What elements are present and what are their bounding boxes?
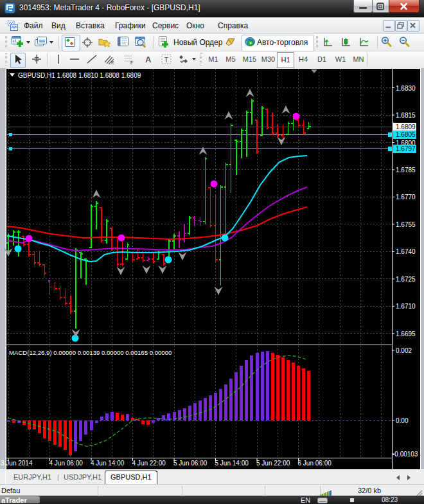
svg-text:1.6695: 1.6695 <box>396 330 416 338</box>
svg-text:1.6785: 1.6785 <box>396 166 416 174</box>
svg-text:6 Jun 06:00: 6 Jun 06:00 <box>298 460 332 467</box>
svg-text:T: T <box>164 56 169 64</box>
svg-text:E: E <box>111 60 114 65</box>
svg-text:F: F <box>130 60 133 65</box>
svg-text:4 Jun 14:00: 4 Jun 14:00 <box>91 460 125 467</box>
svg-text:1.6797: 1.6797 <box>396 145 416 152</box>
svg-text:5 Jun 22:00: 5 Jun 22:00 <box>256 460 290 467</box>
svg-text:1.6755: 1.6755 <box>396 221 416 228</box>
svg-text:1.6805: 1.6805 <box>396 131 416 138</box>
svg-text:-0.00103: -0.00103 <box>393 451 418 458</box>
svg-text:3 Jun 2014: 3 Jun 2014 <box>1 460 33 467</box>
svg-text:GBPUSD,H1 1.6808 1.6810 1.680: GBPUSD,H1 1.6808 1.6810 1.6808 1.6809 <box>18 72 141 79</box>
svg-text:1.6815: 1.6815 <box>396 112 416 119</box>
svg-text:4 Jun 06:00: 4 Jun 06:00 <box>49 460 84 467</box>
svg-text:0.00: 0.00 <box>396 417 409 424</box>
svg-text:4 Jun 22:00: 4 Jun 22:00 <box>132 460 166 467</box>
svg-text:0.002: 0.002 <box>396 347 412 354</box>
svg-text:1.6710: 1.6710 <box>396 303 416 310</box>
svg-text:MACD(12,26,9) 0.00000 0.00139: MACD(12,26,9) 0.00000 0.00139 0.00000 0.… <box>9 349 172 356</box>
svg-text:1.6725: 1.6725 <box>396 276 416 283</box>
svg-text:1.6770: 1.6770 <box>396 194 416 201</box>
svg-text:5 Jun 14:00: 5 Jun 14:00 <box>215 460 249 467</box>
svg-text:1.6830: 1.6830 <box>396 85 416 92</box>
svg-text:1.6740: 1.6740 <box>396 248 416 255</box>
svg-text:5 Jun 06:00: 5 Jun 06:00 <box>173 460 208 467</box>
svg-text:1.6809: 1.6809 <box>396 123 416 130</box>
